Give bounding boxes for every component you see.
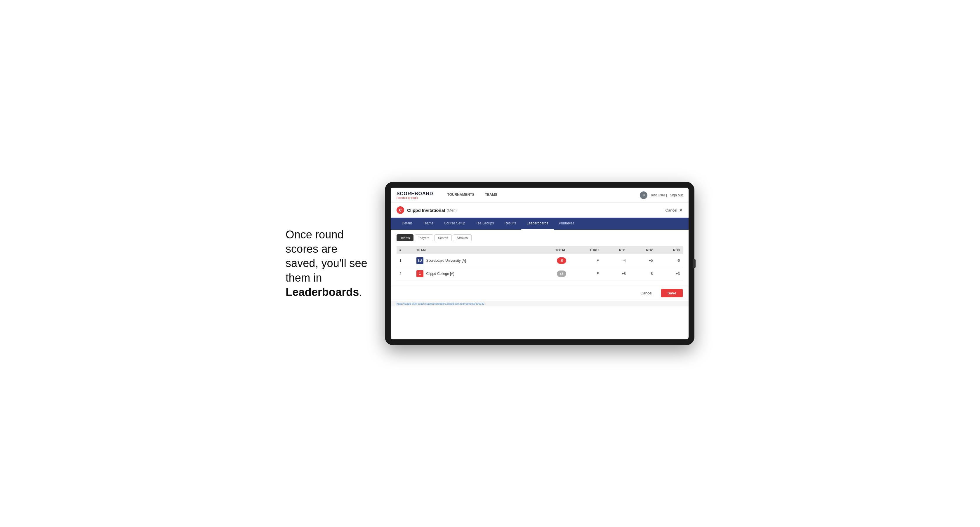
tournament-header: C Clippd Invitational (Men) Cancel ✕ (391, 203, 689, 218)
score-badge: +3 (557, 270, 566, 277)
col-team: TEAM (414, 246, 533, 254)
col-thru: THRU (569, 246, 602, 254)
user-name: Test User | (650, 193, 667, 197)
cell-rank: 2 (396, 267, 414, 281)
cell-total: -5 (533, 254, 569, 267)
tournament-name: Clippd Invitational (407, 208, 445, 213)
tournament-icon: C (396, 206, 404, 214)
bottom-bar: Cancel Save (391, 285, 689, 301)
tab-leaderboards[interactable]: Leaderboards (521, 218, 554, 230)
save-button[interactable]: Save (661, 289, 683, 297)
close-icon: ✕ (679, 208, 683, 213)
logo-area: SCOREBOARD Powered by clippd (396, 191, 433, 199)
team-logo: SU (417, 257, 423, 264)
tab-teams[interactable]: Teams (418, 218, 439, 230)
nav-teams[interactable]: TEAMS (480, 188, 503, 202)
tablet-screen: SCOREBOARD Powered by clippd TOURNAMENTS… (391, 187, 689, 340)
tab-tee-groups[interactable]: Tee Groups (471, 218, 499, 230)
col-rd2: RD2 (629, 246, 656, 254)
filter-strokes[interactable]: Strokes (453, 234, 471, 241)
cell-rank: 1 (396, 254, 414, 267)
leaderboard-table: # TEAM TOTAL THRU RD1 RD2 RD3 1 (396, 246, 683, 281)
cell-thru: F (569, 267, 602, 281)
cancel-header-btn[interactable]: Cancel ✕ (665, 208, 683, 213)
sidebar-description: Once round scores are saved, you'll see … (286, 228, 368, 300)
filter-row: Teams Players Scores Strokes (396, 234, 683, 241)
app-container: SCOREBOARD Powered by clippd TOURNAMENTS… (391, 187, 689, 340)
col-total: TOTAL (533, 246, 569, 254)
tab-course-setup[interactable]: Course Setup (439, 218, 471, 230)
sidebar-text-end: . (359, 286, 362, 298)
top-nav: SCOREBOARD Powered by clippd TOURNAMENTS… (391, 187, 689, 203)
score-badge: -5 (557, 257, 566, 264)
tab-printables[interactable]: Printables (554, 218, 580, 230)
col-rd1: RD1 (601, 246, 629, 254)
col-rd3: RD3 (655, 246, 683, 254)
cell-rd2: +5 (629, 254, 656, 267)
table-row: 2 C Clippd College [A] +3 F +8 -8 +3 (396, 267, 683, 281)
cell-thru: F (569, 254, 602, 267)
cell-team: C Clippd College [A] (414, 267, 533, 281)
nav-tournaments[interactable]: TOURNAMENTS (442, 188, 480, 202)
tab-details[interactable]: Details (396, 218, 418, 230)
avatar: S (640, 191, 648, 199)
logo-title: SCOREBOARD (396, 191, 433, 196)
filter-players[interactable]: Players (415, 234, 433, 241)
sidebar-text-bold: Leaderboards (286, 286, 359, 298)
cancel-button[interactable]: Cancel (635, 289, 657, 297)
main-nav: TOURNAMENTS TEAMS (442, 188, 503, 202)
tablet-side-button (693, 259, 695, 268)
table-row: 1 SU Scoreboard University [A] -5 F -4 +… (396, 254, 683, 267)
team-logo: C (417, 270, 423, 277)
sign-out-link[interactable]: Sign out (670, 193, 683, 197)
cell-team: SU Scoreboard University [A] (414, 254, 533, 267)
cell-rd1: -4 (601, 254, 629, 267)
tab-results[interactable]: Results (499, 218, 521, 230)
sidebar-text-part1: Once round scores are saved, you'll see … (286, 229, 368, 284)
tournament-type: (Men) (447, 208, 457, 213)
tablet-device: SCOREBOARD Powered by clippd TOURNAMENTS… (385, 182, 694, 345)
cell-total: +3 (533, 267, 569, 281)
team-name: Scoreboard University [A] (426, 259, 466, 263)
col-rank: # (396, 246, 414, 254)
filter-scores[interactable]: Scores (434, 234, 452, 241)
filter-teams[interactable]: Teams (396, 234, 414, 241)
nav-right: S Test User | Sign out (640, 191, 683, 199)
cell-rd2: -8 (629, 267, 656, 281)
cell-rd3: -6 (655, 254, 683, 267)
sub-tabs: Details Teams Course Setup Tee Groups Re… (391, 218, 689, 230)
cell-rd1: +8 (601, 267, 629, 281)
team-name: Clippd College [A] (426, 271, 454, 276)
url-bar: https://stage-blue-coach.stagesscoreboar… (391, 301, 689, 306)
cell-rd3: +3 (655, 267, 683, 281)
logo-subtitle: Powered by clippd (396, 196, 433, 199)
content-area: Teams Players Scores Strokes # TEAM TOTA… (391, 230, 689, 285)
